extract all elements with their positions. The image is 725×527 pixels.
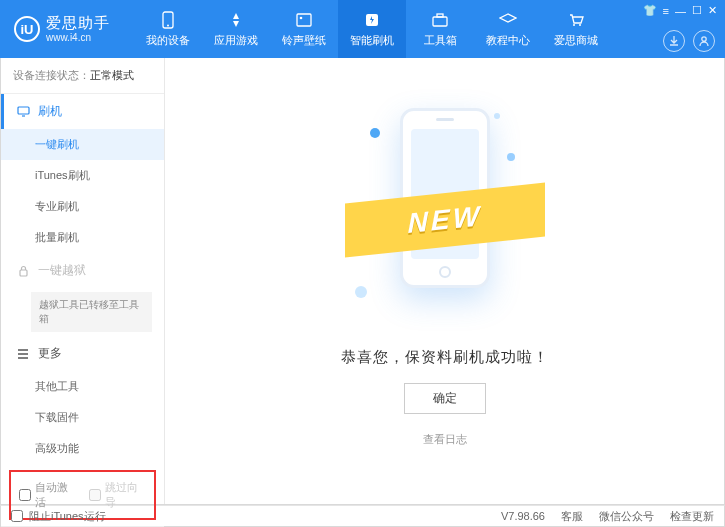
svg-rect-6	[437, 14, 443, 17]
main-content: NEW 恭喜您，保资料刷机成功啦！ 确定 查看日志	[165, 58, 724, 504]
minimize-icon[interactable]: —	[675, 5, 686, 17]
nav-ringtones[interactable]: 铃声壁纸	[270, 0, 338, 58]
svg-point-3	[300, 17, 303, 20]
sidebar-more-header[interactable]: 更多	[1, 336, 164, 371]
success-message: 恭喜您，保资料刷机成功啦！	[341, 348, 549, 367]
top-nav: 我的设备 应用游戏 铃声壁纸 智能刷机 工具箱 教程中心 爱思商城	[134, 0, 610, 58]
maximize-icon[interactable]: ☐	[692, 4, 702, 17]
new-ribbon: NEW	[345, 182, 545, 257]
success-illustration: NEW	[350, 98, 540, 328]
download-icon[interactable]	[663, 30, 685, 52]
jailbreak-note: 越狱工具已转移至工具箱	[31, 292, 152, 332]
sidebar-advanced[interactable]: 高级功能	[1, 433, 164, 464]
sidebar: 设备连接状态：正常模式 刷机 一键刷机 iTunes刷机 专业刷机 批量刷机 一…	[1, 58, 165, 504]
sidebar-pro-flash[interactable]: 专业刷机	[1, 191, 164, 222]
device-status: 设备连接状态：正常模式	[1, 58, 164, 94]
cart-icon	[566, 10, 586, 30]
svg-rect-5	[433, 17, 447, 26]
auto-activate-checkbox[interactable]: 自动激活	[19, 480, 77, 510]
phone-icon	[158, 10, 178, 30]
ok-button[interactable]: 确定	[404, 383, 486, 414]
svg-point-1	[167, 25, 169, 27]
sidebar-flash-header[interactable]: 刷机	[1, 94, 164, 129]
image-icon	[294, 10, 314, 30]
sidebar-jailbreak-header: 一键越狱	[1, 253, 164, 288]
list-icon	[16, 347, 30, 361]
nav-smart-flash[interactable]: 智能刷机	[338, 0, 406, 58]
toolbox-icon	[430, 10, 450, 30]
flash-icon	[362, 10, 382, 30]
menu-icon[interactable]: ≡	[663, 5, 669, 17]
check-update-link[interactable]: 检查更新	[670, 509, 714, 524]
lock-icon	[16, 264, 30, 278]
sidebar-download-firmware[interactable]: 下载固件	[1, 402, 164, 433]
nav-store[interactable]: 爱思商城	[542, 0, 610, 58]
graduation-icon	[498, 10, 518, 30]
monitor-icon	[16, 105, 30, 119]
block-itunes-checkbox[interactable]: 阻止iTunes运行	[11, 509, 106, 524]
sidebar-itunes-flash[interactable]: iTunes刷机	[1, 160, 164, 191]
close-icon[interactable]: ✕	[708, 4, 717, 17]
logo: iU 爱思助手 www.i4.cn	[0, 15, 124, 43]
svg-point-8	[579, 24, 581, 26]
sidebar-batch-flash[interactable]: 批量刷机	[1, 222, 164, 253]
user-icon[interactable]	[693, 30, 715, 52]
svg-point-9	[702, 37, 706, 41]
app-header: iU 爱思助手 www.i4.cn 我的设备 应用游戏 铃声壁纸 智能刷机 工具…	[0, 0, 725, 58]
svg-point-7	[573, 24, 575, 26]
app-icon	[226, 10, 246, 30]
support-link[interactable]: 客服	[561, 509, 583, 524]
nav-my-device[interactable]: 我的设备	[134, 0, 202, 58]
svg-rect-2	[297, 14, 311, 26]
logo-icon: iU	[14, 16, 40, 42]
skip-guide-checkbox[interactable]: 跳过向导	[89, 480, 147, 510]
nav-tutorials[interactable]: 教程中心	[474, 0, 542, 58]
svg-rect-11	[20, 270, 27, 276]
nav-toolbox[interactable]: 工具箱	[406, 0, 474, 58]
window-controls: 👕 ≡ — ☐ ✕	[643, 4, 717, 17]
sidebar-other-tools[interactable]: 其他工具	[1, 371, 164, 402]
version-label: V7.98.66	[501, 510, 545, 522]
app-url: www.i4.cn	[46, 32, 110, 43]
skin-icon[interactable]: 👕	[643, 4, 657, 17]
svg-rect-10	[18, 107, 29, 114]
view-log-link[interactable]: 查看日志	[423, 432, 467, 447]
wechat-link[interactable]: 微信公众号	[599, 509, 654, 524]
app-title: 爱思助手	[46, 15, 110, 32]
nav-apps[interactable]: 应用游戏	[202, 0, 270, 58]
sidebar-one-key-flash[interactable]: 一键刷机	[1, 129, 164, 160]
